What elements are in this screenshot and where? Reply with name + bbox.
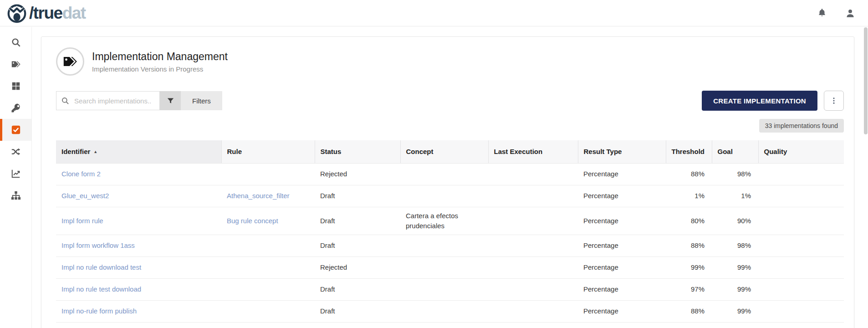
search-icon [11,37,21,47]
column-label: Status [321,148,342,155]
rule-link[interactable]: Athena_source_filter [227,192,290,200]
table-row: Impl form workflow 1ass Draft Percentage… [56,235,844,256]
status-cell: Rejected [315,163,400,185]
column-label: Goal [718,148,733,155]
implementation-link[interactable]: Impl no-rule form publish [61,307,137,315]
implementation-link[interactable]: Impl no rule download test [61,263,141,271]
search-input[interactable] [73,97,155,105]
table-row: Impl form rule Bug rule concept Draft Ca… [56,207,844,235]
sidebar-item-key[interactable] [0,97,31,119]
implementation-link[interactable]: Impl form workflow 1ass [61,241,135,249]
owl-logo-icon [6,3,27,24]
implementation-link[interactable]: Impl no rule test download [61,285,141,293]
goal-cell: 98% [712,235,758,256]
table-row: Impl no rule download test Rejected Perc… [56,256,844,278]
tags-icon [11,59,21,69]
topbar: /truedat [0,0,868,26]
results-count-badge: 33 implementations found [759,119,844,133]
threshold-cell: 80% [666,207,712,235]
table-header-row: Identifier▲RuleStatusConceptLast Executi… [56,140,844,163]
page-subtitle: Implementation Versions in Progress [92,65,228,73]
goal-cell: 99% [712,256,758,278]
column-header-identifier[interactable]: Identifier▲ [56,140,221,163]
toolbar: Filters CREATE IMPLEMENTATION [56,91,844,111]
column-header-quality[interactable]: Quality [758,140,844,163]
goal-cell: 1% [712,185,758,207]
goal-cell: 98% [712,163,758,185]
notifications-bell-icon[interactable] [817,8,827,18]
column-header-threshold[interactable]: Threshold [666,140,712,163]
concept-cell [400,256,488,278]
last-execution-cell [488,185,578,207]
implementation-management-card: Implementation Management Implementation… [41,36,854,328]
filters-button[interactable]: Filters [181,91,222,110]
sidebar-item-quality[interactable] [0,119,31,141]
threshold-cell: 1% [666,185,712,207]
goal-cell: 99% [712,300,758,322]
sidebar-item-grid[interactable] [0,75,31,97]
concept-cell [400,278,488,300]
column-label: Result Type [584,148,622,155]
status-cell: Draft [315,235,400,256]
implementations-table: Identifier▲RuleStatusConceptLast Executi… [56,140,844,323]
grid-icon [11,81,21,91]
concept-cell [400,163,488,185]
scrollbar-thumb[interactable] [864,27,868,134]
sidebar-item-lineage[interactable] [0,141,31,163]
implementation-link[interactable]: Impl form rule [61,217,103,225]
sidebar-item-taxonomy[interactable] [0,184,31,206]
column-header-status[interactable]: Status [315,140,400,163]
sitemap-icon [11,190,21,200]
concept-cell [400,300,488,322]
column-header-rule[interactable]: Rule [221,140,315,163]
chart-line-icon [11,169,21,179]
search-group: Filters [56,91,222,110]
page-title: Implementation Management [92,51,228,63]
brand-primary: /true [29,4,62,22]
implementation-link[interactable]: Glue_eu_west2 [61,192,109,200]
filter-funnel-button[interactable] [160,91,181,110]
brand-text: /truedat [29,5,86,21]
column-header-last-execution[interactable]: Last Execution [488,140,578,163]
result-type-cell: Percentage [578,278,666,300]
quality-cell [758,278,844,300]
result-type-cell: Percentage [578,163,666,185]
table-row: Impl no rule test download Draft Percent… [56,278,844,300]
results-summary-row: 33 implementations found [56,119,844,133]
result-type-cell: Percentage [578,185,666,207]
kebab-menu-icon [830,97,838,105]
quality-cell [758,207,844,235]
vertical-scrollbar[interactable] [864,27,868,327]
quality-cell [758,300,844,322]
threshold-cell: 88% [666,235,712,256]
last-execution-cell [488,235,578,256]
search-icon [61,97,69,105]
concept-cell [400,185,488,207]
column-label: Quality [764,148,787,155]
sidebar-item-search[interactable] [0,31,31,53]
table-row: Clone form 2 Rejected Percentage 88% 98% [56,163,844,185]
threshold-cell: 88% [666,300,712,322]
threshold-cell: 97% [666,278,712,300]
column-header-concept[interactable]: Concept [400,140,488,163]
user-account-icon[interactable] [845,8,855,18]
column-label: Concept [406,148,434,155]
sidebar-item-dashboards[interactable] [0,163,31,184]
quality-cell [758,235,844,256]
tags-icon [62,54,78,69]
sidebar-item-tags[interactable] [0,53,31,75]
column-header-result-type[interactable]: Result Type [578,140,666,163]
rule-link[interactable]: Bug rule concept [227,217,278,225]
result-type-cell: Percentage [578,235,666,256]
status-cell: Draft [315,278,400,300]
implementation-link[interactable]: Clone form 2 [61,170,101,178]
column-label: Last Execution [494,148,543,155]
last-execution-cell [488,207,578,235]
table-body: Clone form 2 Rejected Percentage 88% 98%… [56,163,844,322]
create-implementation-button[interactable]: CREATE IMPLEMENTATION [702,91,817,111]
column-header-goal[interactable]: Goal [712,140,758,163]
sort-arrow-icon: ▲ [93,149,97,154]
table-row: Glue_eu_west2 Athena_source_filter Draft… [56,185,844,207]
more-options-button[interactable] [824,91,844,111]
truedat-logo[interactable]: /truedat [6,3,86,24]
